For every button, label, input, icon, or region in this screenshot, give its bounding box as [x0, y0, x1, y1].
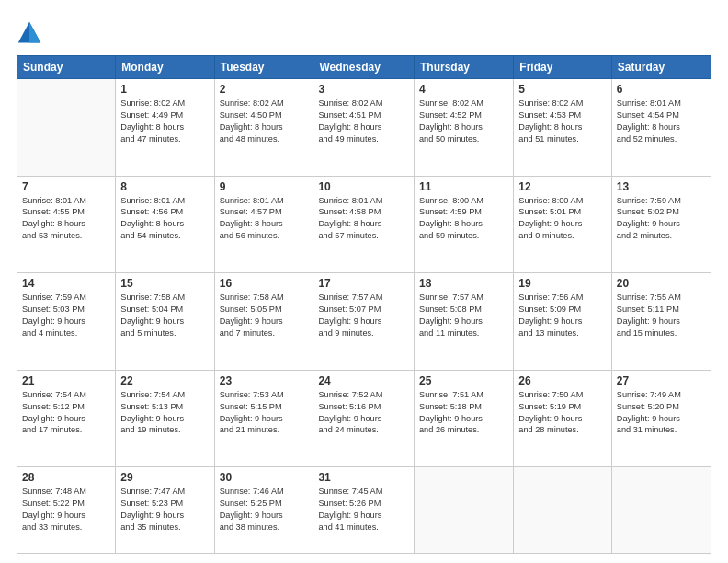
- day-number: 17: [318, 277, 409, 290]
- day-number: 15: [120, 277, 209, 290]
- day-number: 11: [419, 180, 508, 193]
- calendar-cell: 13Sunrise: 7:59 AM Sunset: 5:02 PM Dayli…: [611, 176, 711, 273]
- calendar-cell: 24Sunrise: 7:52 AM Sunset: 5:16 PM Dayli…: [313, 370, 415, 467]
- day-info: Sunrise: 7:54 AM Sunset: 5:13 PM Dayligh…: [120, 389, 209, 437]
- calendar-week-row: 21Sunrise: 7:54 AM Sunset: 5:12 PM Dayli…: [17, 370, 711, 467]
- calendar-cell: 30Sunrise: 7:46 AM Sunset: 5:25 PM Dayli…: [214, 467, 313, 554]
- day-number: 25: [419, 374, 508, 387]
- calendar-cell: 18Sunrise: 7:57 AM Sunset: 5:08 PM Dayli…: [415, 273, 514, 371]
- day-info: Sunrise: 8:02 AM Sunset: 4:53 PM Dayligh…: [518, 98, 607, 145]
- page: SundayMondayTuesdayWednesdayThursdayFrid…: [0, 0, 728, 563]
- calendar-cell: 17Sunrise: 7:57 AM Sunset: 5:07 PM Dayli…: [313, 273, 415, 371]
- day-number: 24: [318, 374, 409, 387]
- day-number: 30: [220, 471, 309, 484]
- weekday-header: Wednesday: [313, 56, 415, 79]
- calendar-cell: 19Sunrise: 7:56 AM Sunset: 5:09 PM Dayli…: [514, 273, 612, 371]
- calendar-week-row: 14Sunrise: 7:59 AM Sunset: 5:03 PM Dayli…: [17, 273, 711, 371]
- day-info: Sunrise: 8:01 AM Sunset: 4:55 PM Dayligh…: [22, 195, 110, 243]
- day-number: 6: [617, 83, 706, 96]
- day-info: Sunrise: 8:01 AM Sunset: 4:56 PM Dayligh…: [120, 195, 209, 243]
- day-info: Sunrise: 7:49 AM Sunset: 5:20 PM Dayligh…: [617, 389, 706, 437]
- calendar-cell: 22Sunrise: 7:54 AM Sunset: 5:13 PM Dayli…: [116, 370, 214, 467]
- calendar-cell: 4Sunrise: 8:02 AM Sunset: 4:52 PM Daylig…: [415, 79, 514, 177]
- day-number: 2: [220, 83, 309, 96]
- calendar-cell: 31Sunrise: 7:45 AM Sunset: 5:26 PM Dayli…: [313, 467, 415, 554]
- day-info: Sunrise: 7:47 AM Sunset: 5:23 PM Dayligh…: [120, 486, 209, 534]
- day-number: 23: [220, 374, 309, 387]
- day-info: Sunrise: 7:59 AM Sunset: 5:03 PM Dayligh…: [22, 292, 110, 339]
- weekday-header: Thursday: [415, 56, 514, 79]
- calendar-cell: [17, 79, 116, 177]
- day-info: Sunrise: 8:02 AM Sunset: 4:49 PM Dayligh…: [120, 98, 209, 145]
- calendar-cell: 28Sunrise: 7:48 AM Sunset: 5:22 PM Dayli…: [17, 467, 116, 554]
- day-info: Sunrise: 8:01 AM Sunset: 4:54 PM Dayligh…: [617, 98, 706, 145]
- calendar-cell: 6Sunrise: 8:01 AM Sunset: 4:54 PM Daylig…: [611, 79, 711, 177]
- day-info: Sunrise: 8:01 AM Sunset: 4:58 PM Dayligh…: [318, 195, 409, 243]
- calendar-cell: [415, 467, 514, 554]
- day-info: Sunrise: 8:00 AM Sunset: 5:01 PM Dayligh…: [518, 195, 607, 243]
- calendar-header-row: SundayMondayTuesdayWednesdayThursdayFrid…: [17, 56, 711, 79]
- calendar-cell: 23Sunrise: 7:53 AM Sunset: 5:15 PM Dayli…: [214, 370, 313, 467]
- day-number: 1: [120, 83, 209, 96]
- logo-icon: [17, 20, 42, 46]
- calendar-cell: 20Sunrise: 7:55 AM Sunset: 5:11 PM Dayli…: [611, 273, 711, 371]
- day-info: Sunrise: 7:57 AM Sunset: 5:08 PM Dayligh…: [419, 292, 508, 339]
- day-number: 31: [318, 471, 409, 484]
- weekday-header: Saturday: [611, 56, 711, 79]
- day-info: Sunrise: 7:56 AM Sunset: 5:09 PM Dayligh…: [518, 292, 607, 339]
- logo: [17, 20, 46, 46]
- day-number: 26: [518, 374, 607, 387]
- day-info: Sunrise: 7:59 AM Sunset: 5:02 PM Dayligh…: [617, 195, 706, 243]
- calendar-cell: 21Sunrise: 7:54 AM Sunset: 5:12 PM Dayli…: [17, 370, 116, 467]
- day-number: 21: [22, 374, 110, 387]
- calendar-cell: 12Sunrise: 8:00 AM Sunset: 5:01 PM Dayli…: [514, 176, 612, 273]
- day-number: 5: [518, 83, 607, 96]
- calendar-cell: 1Sunrise: 8:02 AM Sunset: 4:49 PM Daylig…: [116, 79, 214, 177]
- day-info: Sunrise: 8:02 AM Sunset: 4:50 PM Dayligh…: [220, 98, 309, 145]
- day-info: Sunrise: 7:51 AM Sunset: 5:18 PM Dayligh…: [419, 389, 508, 437]
- day-number: 8: [120, 180, 209, 193]
- weekday-header: Monday: [116, 56, 214, 79]
- day-number: 9: [220, 180, 309, 193]
- day-info: Sunrise: 7:54 AM Sunset: 5:12 PM Dayligh…: [22, 389, 110, 437]
- day-info: Sunrise: 7:46 AM Sunset: 5:25 PM Dayligh…: [220, 486, 309, 534]
- calendar-cell: 27Sunrise: 7:49 AM Sunset: 5:20 PM Dayli…: [611, 370, 711, 467]
- svg-marker-1: [29, 22, 40, 43]
- day-info: Sunrise: 7:58 AM Sunset: 5:05 PM Dayligh…: [220, 292, 309, 339]
- calendar-cell: 14Sunrise: 7:59 AM Sunset: 5:03 PM Dayli…: [17, 273, 116, 371]
- day-number: 18: [419, 277, 508, 290]
- day-number: 10: [318, 180, 409, 193]
- calendar-cell: 11Sunrise: 8:00 AM Sunset: 4:59 PM Dayli…: [415, 176, 514, 273]
- calendar-cell: 9Sunrise: 8:01 AM Sunset: 4:57 PM Daylig…: [214, 176, 313, 273]
- day-info: Sunrise: 7:52 AM Sunset: 5:16 PM Dayligh…: [318, 389, 409, 437]
- calendar-cell: 15Sunrise: 7:58 AM Sunset: 5:04 PM Dayli…: [116, 273, 214, 371]
- weekday-header: Friday: [514, 56, 612, 79]
- calendar-cell: 26Sunrise: 7:50 AM Sunset: 5:19 PM Dayli…: [514, 370, 612, 467]
- calendar-cell: 5Sunrise: 8:02 AM Sunset: 4:53 PM Daylig…: [514, 79, 612, 177]
- calendar-cell: 10Sunrise: 8:01 AM Sunset: 4:58 PM Dayli…: [313, 176, 415, 273]
- day-info: Sunrise: 7:48 AM Sunset: 5:22 PM Dayligh…: [22, 486, 110, 534]
- calendar-cell: 25Sunrise: 7:51 AM Sunset: 5:18 PM Dayli…: [415, 370, 514, 467]
- day-number: 22: [120, 374, 209, 387]
- day-info: Sunrise: 7:50 AM Sunset: 5:19 PM Dayligh…: [518, 389, 607, 437]
- weekday-header: Tuesday: [214, 56, 313, 79]
- day-info: Sunrise: 7:55 AM Sunset: 5:11 PM Dayligh…: [617, 292, 706, 339]
- day-number: 20: [617, 277, 706, 290]
- day-info: Sunrise: 7:45 AM Sunset: 5:26 PM Dayligh…: [318, 486, 409, 534]
- calendar-week-row: 28Sunrise: 7:48 AM Sunset: 5:22 PM Dayli…: [17, 467, 711, 554]
- day-number: 3: [318, 83, 409, 96]
- calendar-cell: 3Sunrise: 8:02 AM Sunset: 4:51 PM Daylig…: [313, 79, 415, 177]
- day-info: Sunrise: 7:53 AM Sunset: 5:15 PM Dayligh…: [220, 389, 309, 437]
- calendar-cell: 8Sunrise: 8:01 AM Sunset: 4:56 PM Daylig…: [116, 176, 214, 273]
- day-number: 28: [22, 471, 110, 484]
- day-number: 29: [120, 471, 209, 484]
- day-number: 4: [419, 83, 508, 96]
- day-info: Sunrise: 8:02 AM Sunset: 4:51 PM Dayligh…: [318, 98, 409, 145]
- calendar-week-row: 7Sunrise: 8:01 AM Sunset: 4:55 PM Daylig…: [17, 176, 711, 273]
- day-number: 12: [518, 180, 607, 193]
- weekday-header: Sunday: [17, 56, 116, 79]
- day-info: Sunrise: 8:00 AM Sunset: 4:59 PM Dayligh…: [419, 195, 508, 243]
- day-number: 16: [220, 277, 309, 290]
- day-number: 13: [617, 180, 706, 193]
- day-info: Sunrise: 8:02 AM Sunset: 4:52 PM Dayligh…: [419, 98, 508, 145]
